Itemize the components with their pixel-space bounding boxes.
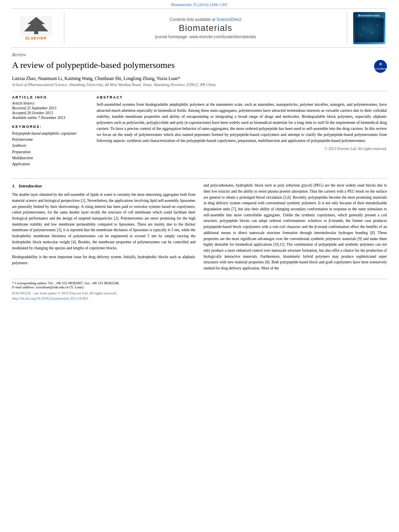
sciencedirect-link[interactable]: ScienceDirect: [216, 17, 241, 22]
available-date: Available online 7 November 2013: [12, 116, 88, 120]
article-info-label: ARTICLE INFO: [12, 95, 88, 99]
elsevier-tree-icon: [20, 16, 52, 36]
keyword-6: Application: [12, 161, 88, 167]
svg-rect-2: [34, 31, 38, 34]
keyword-3: Synthesis: [12, 143, 88, 149]
keyword-5: Multifunction: [12, 155, 88, 161]
authors: Lanxia Zhao, Nuannuan Li, Kaiming Wang, …: [12, 76, 387, 81]
badge-title-text: Biomaterials: [358, 14, 380, 17]
article-info-abstract: ARTICLE INFO Article history: Received 2…: [12, 95, 387, 172]
article-info-section: ARTICLE INFO Article history: Received 2…: [12, 95, 88, 120]
keyword-2: Polymersome: [12, 137, 88, 143]
body-right-col: and polycarbonates, hydrophilic block su…: [204, 183, 387, 275]
intro-right-para1: and polycarbonates, hydrophilic block su…: [204, 183, 387, 271]
journal-center: Contents lists available at ScienceDirec…: [64, 12, 347, 44]
article-history: Article history: Received 25 September 2…: [12, 101, 88, 120]
crossmark-badge: ✕CrossMark: [374, 60, 387, 73]
badge-image: [355, 18, 384, 42]
top-citation: Biomaterials 35 (2014) 1284–1301: [0, 0, 399, 8]
article-title-text: A review of polypeptide-based polymersom…: [12, 60, 175, 70]
intro-heading-text: Introduction: [19, 183, 42, 188]
citation-text: Biomaterials 35 (2014) 1284–1301: [171, 2, 228, 7]
elsevier-logo-area: ELSEVIER: [12, 12, 64, 44]
divider: [12, 91, 387, 91]
journal-badge-area: Biomaterials: [347, 12, 387, 44]
issn-line: 0142-9612/$ – see front matter © 2013 El…: [12, 291, 387, 295]
section-number: 1.: [12, 183, 15, 188]
email-address: E-mail address: yuxialuan@sdu.edu.cn (Y.…: [12, 285, 387, 289]
keyword-4: Preparation: [12, 149, 88, 155]
keywords-label: Keywords:: [12, 125, 88, 129]
accepted-date: Accepted 20 October 2013: [12, 111, 88, 115]
body-two-col: 1. Introduction The double layer obtaine…: [12, 183, 387, 275]
elsevier-text: ELSEVIER: [25, 36, 47, 40]
abstract-label: ABSTRACT: [97, 95, 387, 99]
footnote-section: * Corresponding author. Tel.: +86 531 88…: [12, 279, 387, 300]
journal-homepage: journal homepage: www.elsevier.com/locat…: [155, 35, 256, 39]
journal-title: Biomaterials: [179, 23, 232, 33]
badge-decoration: [355, 18, 384, 42]
crossmark-icon: ✕CrossMark: [374, 62, 386, 70]
page-container: Biomaterials 35 (2014) 1284–1301 ELSEVIE…: [0, 0, 399, 300]
doi-link[interactable]: http://dx.doi.org/10.1016/j.biomaterials…: [12, 296, 387, 300]
right-column: ABSTRACT Self-assembled systems from bio…: [97, 95, 387, 172]
abstract-text: Self-assembled systems from biodegradabl…: [97, 101, 387, 144]
corresponding-author: * Corresponding author. Tel.: +86 531 88…: [12, 281, 387, 285]
intro-para2: Biodegradability is the most important i…: [12, 254, 195, 266]
keywords-section: Keywords: Polypeptide-based amphiphilic …: [12, 125, 88, 167]
contents-line: Contents lists available at ScienceDirec…: [170, 17, 241, 22]
intro-heading: 1. Introduction: [12, 183, 195, 189]
keyword-1: Polypeptide-based amphiphilic copolymer: [12, 131, 88, 137]
keyword-list: Polypeptide-based amphiphilic copolymer …: [12, 131, 88, 167]
biomaterials-badge: Biomaterials: [353, 12, 385, 44]
article-title-row: A review of polypeptide-based polymersom…: [12, 60, 387, 73]
history-label: Article history:: [12, 101, 88, 105]
journal-header: ELSEVIER Contents lists available at Sci…: [12, 8, 387, 48]
article-content: Review A review of polypeptide-based pol…: [12, 52, 387, 275]
body-left-col: 1. Introduction The double layer obtaine…: [12, 183, 195, 275]
intro-para1: The double layer obtained by the self-as…: [12, 192, 195, 251]
left-column: ARTICLE INFO Article history: Received 2…: [12, 95, 88, 172]
introduction-section: 1. Introduction The double layer obtaine…: [12, 178, 387, 275]
article-type: Review: [12, 52, 387, 58]
copyright-line: © 2013 Elsevier Ltd. All rights reserved…: [97, 147, 387, 151]
affiliation: School of Pharmaceutical Science, Shando…: [12, 82, 387, 87]
received-date: Received 25 September 2013: [12, 106, 88, 110]
